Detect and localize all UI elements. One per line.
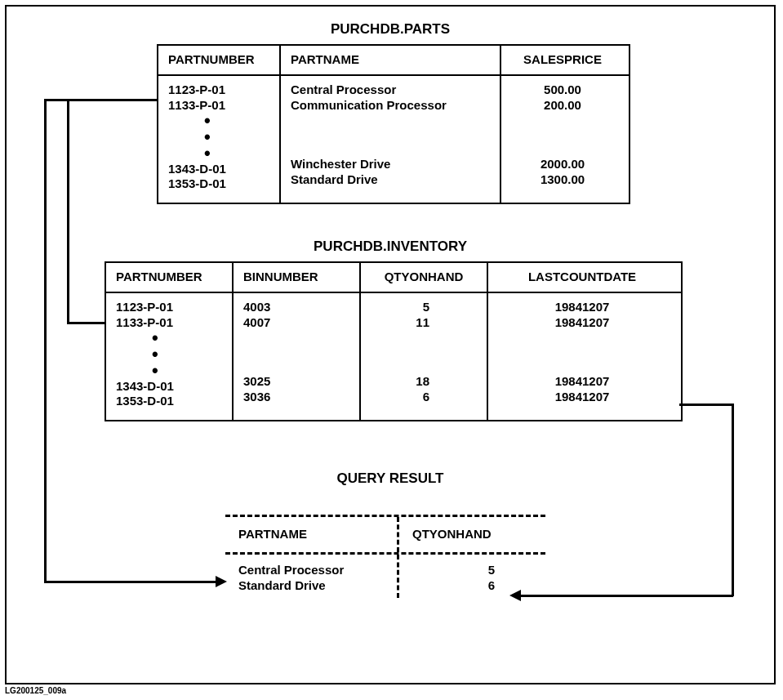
inv-hdr-partnumber: PARTNUMBER — [106, 263, 234, 292]
qr-col-qtyonhand: 5 6 — [397, 555, 544, 599]
arrow-right-icon — [216, 576, 227, 587]
inventory-table: PARTNUMBER BINNUMBER QTYONHAND LASTCOUNT… — [105, 261, 683, 421]
connector-line — [679, 404, 733, 406]
table-cell: Standard Drive — [238, 578, 384, 594]
parts-header-row: PARTNUMBER PARTNAME SALESPRICE — [158, 46, 629, 76]
connector-line — [44, 99, 67, 101]
table-cell: 1123-P-01 — [168, 82, 269, 98]
table-cell: 4003 — [243, 300, 349, 315]
table-cell: 1133-P-01 — [168, 98, 269, 114]
table-cell: 19841207 — [498, 390, 666, 405]
table-cell: 1353-D-01 — [168, 176, 269, 192]
table-cell: Central Processor — [291, 82, 490, 98]
query-body-row: Central Processor Standard Drive 5 6 — [225, 552, 545, 599]
inventory-title: PURCHDB.INVENTORY — [7, 239, 774, 255]
parts-hdr-partnumber: PARTNUMBER — [158, 46, 281, 74]
table-cell: 1300.00 — [511, 172, 614, 188]
table-cell: 11 — [371, 315, 429, 331]
table-cell: 1133-P-01 — [116, 315, 222, 331]
table-cell: Central Processor — [238, 563, 384, 578]
connector-line — [67, 322, 105, 324]
arrow-left-icon — [509, 590, 521, 601]
table-cell: 19841207 — [498, 315, 666, 331]
connector-line — [521, 595, 733, 597]
table-cell: 1343-D-01 — [116, 379, 222, 395]
parts-body: 1123-P-01 1133-P-01 ••• 1343-D-01 1353-D… — [158, 76, 629, 203]
parts-hdr-partname: PARTNAME — [281, 46, 501, 74]
table-cell: Winchester Drive — [291, 157, 490, 172]
query-header-row: PARTNAME QTYONHAND — [225, 515, 545, 552]
query-result-table: PARTNAME QTYONHAND Central Processor Sta… — [225, 515, 545, 598]
table-cell: 5 — [371, 300, 429, 315]
table-cell: 500.00 — [511, 82, 614, 98]
inv-hdr-lastcountdate: LASTCOUNTDATE — [488, 263, 676, 292]
ellipsis-icon: ••• — [116, 330, 222, 378]
inventory-header-row: PARTNUMBER BINNUMBER QTYONHAND LASTCOUNT… — [106, 263, 681, 293]
table-cell: 3025 — [243, 374, 349, 390]
parts-table: PARTNUMBER PARTNAME SALESPRICE 1123-P-01… — [157, 44, 630, 204]
connector-line — [67, 99, 69, 323]
table-cell: Communication Processor — [291, 98, 490, 114]
table-cell: 3036 — [243, 390, 349, 405]
inv-col-lastcountdate: 19841207 19841207 19841207 19841207 — [488, 293, 676, 420]
table-cell: 1343-D-01 — [168, 162, 269, 177]
qr-col-partname: Central Processor Standard Drive — [225, 555, 397, 599]
parts-col-salesprice: 500.00 200.00 2000.00 1300.00 — [501, 76, 624, 203]
parts-col-partname: Central Processor Communication Processo… — [281, 76, 501, 203]
table-cell: 18 — [371, 374, 429, 390]
table-cell: 1353-D-01 — [116, 394, 222, 409]
table-cell: 1123-P-01 — [116, 300, 222, 315]
figure-code: LG200125_009a — [5, 686, 66, 689]
ellipsis-icon: ••• — [168, 113, 269, 161]
diagram-frame: PURCHDB.PARTS PARTNUMBER PARTNAME SALESP… — [5, 5, 776, 684]
qr-hdr-partname: PARTNAME — [225, 517, 397, 552]
inv-hdr-binnumber: BINNUMBER — [234, 263, 361, 292]
table-cell: 2000.00 — [511, 157, 614, 172]
inventory-body: 1123-P-01 1133-P-01 ••• 1343-D-01 1353-D… — [106, 293, 681, 420]
table-cell: Standard Drive — [291, 172, 490, 188]
parts-title: PURCHDB.PARTS — [7, 21, 774, 38]
inv-hdr-qtyonhand: QTYONHAND — [361, 263, 488, 292]
parts-hdr-salesprice: SALESPRICE — [501, 46, 624, 74]
query-title: QUERY RESULT — [7, 470, 774, 487]
table-cell: 6 — [412, 578, 495, 594]
inv-col-partnumber: 1123-P-01 1133-P-01 ••• 1343-D-01 1353-D… — [106, 293, 234, 420]
parts-col-partnumber: 1123-P-01 1133-P-01 ••• 1343-D-01 1353-D… — [158, 76, 281, 203]
connector-line — [44, 99, 47, 582]
table-cell: 6 — [371, 390, 429, 405]
table-cell: 200.00 — [511, 98, 614, 114]
table-cell: 19841207 — [498, 374, 666, 390]
inv-col-qtyonhand: 5 11 18 6 — [361, 293, 488, 420]
connector-line — [732, 404, 734, 596]
qr-hdr-qtyonhand: QTYONHAND — [397, 517, 544, 552]
inv-col-binnumber: 4003 4007 3025 3036 — [234, 293, 361, 420]
table-cell: 19841207 — [498, 300, 666, 315]
table-cell: 4007 — [243, 315, 349, 331]
connector-line — [67, 99, 157, 101]
table-cell: 5 — [412, 563, 495, 578]
connector-line — [44, 581, 216, 583]
